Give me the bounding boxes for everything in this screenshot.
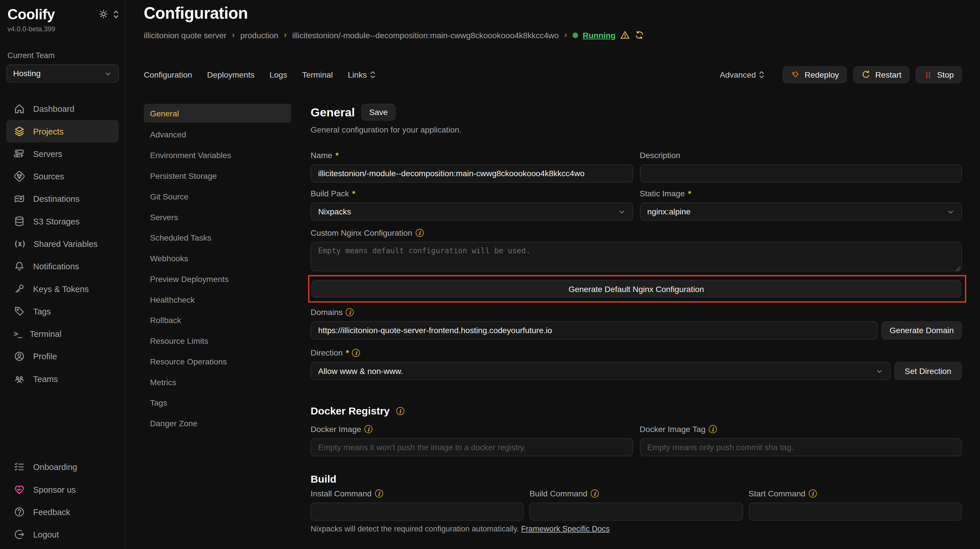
save-button[interactable]: Save xyxy=(361,104,396,121)
tab-deployments[interactable]: Deployments xyxy=(207,70,255,80)
section-title-general: General xyxy=(311,105,355,119)
build-command-input[interactable] xyxy=(530,503,743,520)
team-select[interactable]: Hosting xyxy=(6,64,119,83)
chevron-down-icon xyxy=(947,208,955,215)
subnav-git-source[interactable]: Git Source xyxy=(144,186,291,207)
subnav-environment-variables[interactable]: Environment Variables xyxy=(144,145,291,166)
start-command-input[interactable] xyxy=(749,503,962,520)
info-icon[interactable]: i xyxy=(375,490,383,498)
build-pack-label: Build Pack xyxy=(311,189,349,198)
sidebar-nav: Dashboard Projects Servers Sources Desti… xyxy=(6,97,119,390)
variable-icon: (x) xyxy=(14,239,25,248)
sidebar-item-profile[interactable]: Profile xyxy=(6,345,119,368)
current-team-label: Current Team xyxy=(8,51,119,60)
sidebar-item-feedback[interactable]: Feedback xyxy=(6,501,119,523)
sidebar-item-destinations[interactable]: Destinations xyxy=(6,188,119,210)
subnav-tags[interactable]: Tags xyxy=(144,393,291,413)
subnav-resource-operations[interactable]: Resource Operations xyxy=(144,351,291,372)
docker-image-input[interactable] xyxy=(311,438,633,456)
restart-button[interactable]: Restart xyxy=(853,67,910,83)
home-icon xyxy=(14,103,25,115)
info-icon[interactable]: i xyxy=(415,229,423,237)
warning-triangle-icon[interactable] xyxy=(620,30,630,40)
key-icon xyxy=(14,283,25,294)
tab-configuration[interactable]: Configuration xyxy=(144,70,192,80)
app-version: v4.0.0-beta.399 xyxy=(8,25,119,32)
subnav-healthcheck[interactable]: Healthcheck xyxy=(144,290,291,310)
subnav-preview-deployments[interactable]: Preview Deployments xyxy=(144,269,291,290)
general-form: General Save General configuration for y… xyxy=(311,104,962,549)
sidebar-item-servers[interactable]: Servers xyxy=(6,143,119,165)
sidebar-item-sponsor[interactable]: Sponsor us xyxy=(6,478,119,501)
sidebar-item-projects[interactable]: Projects xyxy=(6,120,119,143)
install-command-input[interactable] xyxy=(311,503,524,520)
refresh-icon[interactable] xyxy=(634,30,644,40)
sidebar-item-logout[interactable]: Logout xyxy=(6,523,119,546)
info-icon[interactable]: i xyxy=(396,407,404,415)
nginx-config-textarea[interactable] xyxy=(311,242,962,271)
description-input[interactable] xyxy=(640,164,962,183)
redeploy-button[interactable]: Redeploy xyxy=(783,67,847,83)
heart-icon xyxy=(14,484,25,495)
sidebar-item-dashboard[interactable]: Dashboard xyxy=(6,97,119,120)
generate-nginx-config-button[interactable]: Generate Default Nginx Configuration xyxy=(311,280,961,298)
tab-terminal[interactable]: Terminal xyxy=(302,70,333,80)
sidebar-item-shared-variables[interactable]: (x) Shared Variables xyxy=(6,232,119,255)
framework-docs-link[interactable]: Framework Specific Docs xyxy=(521,525,609,533)
theme-select-chevrons-icon[interactable] xyxy=(113,10,119,18)
status-badge: Running xyxy=(573,30,644,40)
subnav-scheduled-tasks[interactable]: Scheduled Tasks xyxy=(144,228,291,248)
info-icon[interactable]: i xyxy=(709,425,717,433)
subnav-general[interactable]: General xyxy=(144,104,291,123)
sidebar-item-notifications[interactable]: Notifications xyxy=(6,255,119,277)
app-logo: Coolify xyxy=(8,6,99,23)
info-icon[interactable]: i xyxy=(590,490,599,498)
direction-select[interactable]: Allow www & non-www. xyxy=(311,362,890,380)
stop-button[interactable]: Stop xyxy=(916,67,962,83)
status-text[interactable]: Running xyxy=(583,30,616,40)
user-circle-icon xyxy=(14,351,25,362)
subnav-webhooks[interactable]: Webhooks xyxy=(144,248,291,269)
sidebar-item-keys-tokens[interactable]: Keys & Tokens xyxy=(6,278,119,300)
tabs-bar: Configuration Deployments Logs Terminal … xyxy=(144,67,962,83)
docker-image-tag-input[interactable] xyxy=(640,438,962,456)
breadcrumb-resource[interactable]: illicitestonion/-module--decomposition:m… xyxy=(292,30,559,40)
build-pack-select[interactable]: Nixpacks xyxy=(311,203,633,221)
info-icon[interactable]: i xyxy=(352,349,360,357)
docker-image-label: Docker Image xyxy=(311,425,361,434)
subnav-danger-zone[interactable]: Danger Zone xyxy=(144,413,291,434)
section-title-docker-registry: Docker Registry xyxy=(311,405,390,417)
bell-icon xyxy=(14,261,25,272)
info-icon[interactable]: i xyxy=(808,490,816,498)
domains-input[interactable] xyxy=(311,321,878,339)
set-direction-button[interactable]: Set Direction xyxy=(894,362,962,380)
info-icon[interactable]: i xyxy=(346,308,354,316)
generate-domain-button[interactable]: Generate Domain xyxy=(881,321,962,339)
subnav-advanced[interactable]: Advanced xyxy=(144,124,291,145)
sidebar-item-terminal[interactable]: >_ Terminal xyxy=(6,323,119,345)
subnav-rollback[interactable]: Rollback xyxy=(144,310,291,331)
name-input[interactable] xyxy=(311,164,633,183)
checklist-icon xyxy=(14,461,25,473)
sidebar-item-teams[interactable]: Teams xyxy=(6,368,119,390)
terminal-icon: >_ xyxy=(14,329,22,338)
advanced-dropdown[interactable]: Advanced xyxy=(720,70,764,80)
subnav-resource-limits[interactable]: Resource Limits xyxy=(144,331,291,351)
sidebar-item-sources[interactable]: Sources xyxy=(6,165,119,188)
status-dot-icon xyxy=(573,32,579,38)
subnav-servers[interactable]: Servers xyxy=(144,207,291,228)
subnav-persistent-storage[interactable]: Persistent Storage xyxy=(144,165,291,186)
theme-sun-icon[interactable] xyxy=(99,10,108,19)
tab-links[interactable]: Links xyxy=(348,70,375,80)
subnav-metrics[interactable]: Metrics xyxy=(144,372,291,393)
breadcrumb-separator: › xyxy=(565,30,567,39)
main-area: Configuration illicitonion quote server … xyxy=(126,0,980,549)
sidebar-item-onboarding[interactable]: Onboarding xyxy=(6,455,119,478)
sidebar-item-tags[interactable]: Tags xyxy=(6,300,119,323)
static-image-select[interactable]: nginx:alpine xyxy=(640,203,962,221)
sidebar-item-s3-storages[interactable]: S3 Storages xyxy=(6,210,119,232)
tab-logs[interactable]: Logs xyxy=(270,70,287,80)
breadcrumb-environment[interactable]: production xyxy=(240,30,278,40)
info-icon[interactable]: i xyxy=(364,425,372,433)
breadcrumb-project[interactable]: illicitonion quote server xyxy=(144,30,226,40)
